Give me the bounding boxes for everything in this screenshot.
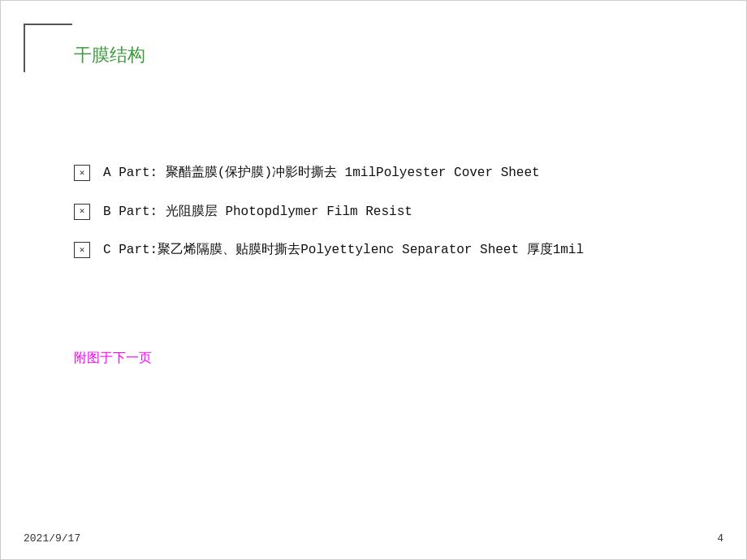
slide-title: 干膜结构 xyxy=(74,43,145,67)
item-text-b: B Part: 光阻膜层 Photopdlymer Film Resist xyxy=(103,202,697,223)
list-item-a: A Part: 聚醋盖膜(保护膜)冲影时撕去 1milPolyester Cov… xyxy=(74,163,697,184)
slide-container: 干膜结构 A Part: 聚醋盖膜(保护膜)冲影时撕去 1milPolyeste… xyxy=(0,0,747,560)
list-item-b: B Part: 光阻膜层 Photopdlymer Film Resist xyxy=(74,202,697,223)
item-text-c: C Part:聚乙烯隔膜、贴膜时撕去Polyettylenc Separator… xyxy=(103,240,697,261)
checkbox-icon-b xyxy=(74,204,90,220)
corner-border-left xyxy=(24,24,25,72)
corner-border-top xyxy=(24,24,72,25)
checkbox-icon-a xyxy=(74,165,90,181)
item-text-a: A Part: 聚醋盖膜(保护膜)冲影时撕去 1milPolyester Cov… xyxy=(103,163,697,184)
checkbox-icon-c xyxy=(74,242,90,258)
content-area: A Part: 聚醋盖膜(保护膜)冲影时撕去 1milPolyester Cov… xyxy=(74,163,697,279)
list-item-c: C Part:聚乙烯隔膜、贴膜时撕去Polyettylenc Separator… xyxy=(74,240,697,261)
footer-page: 4 xyxy=(717,532,723,545)
footer-date: 2021/9/17 xyxy=(24,532,80,545)
note-link[interactable]: 附图于下一页 xyxy=(74,350,152,367)
